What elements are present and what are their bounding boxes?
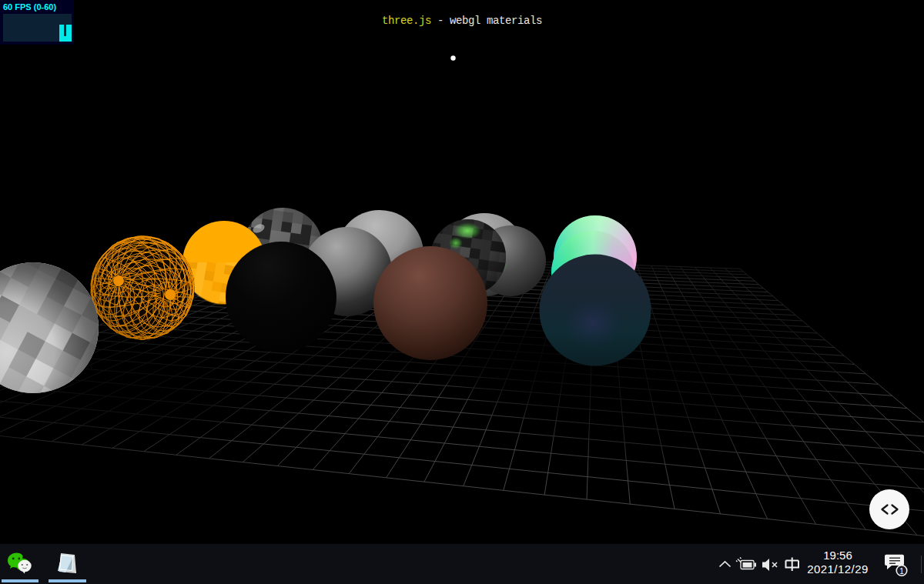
svg-text:1: 1 xyxy=(899,567,904,576)
